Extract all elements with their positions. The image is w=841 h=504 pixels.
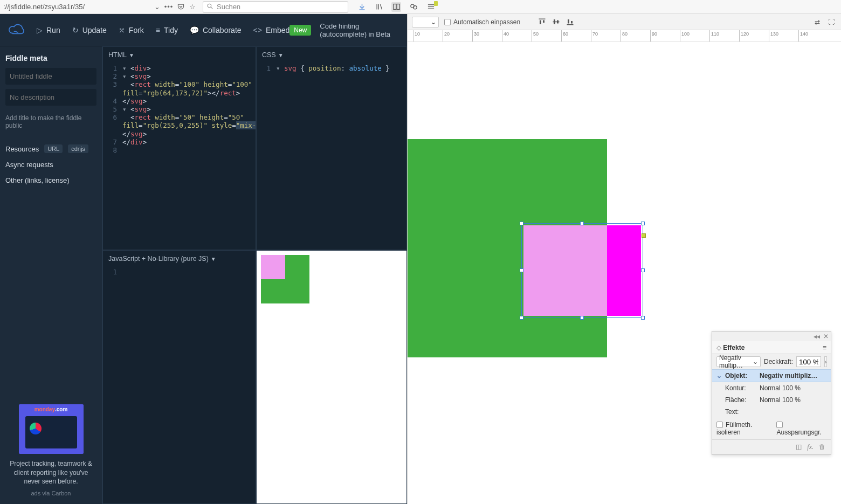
- handle-tr[interactable]: [641, 222, 645, 225]
- expand-icon[interactable]: ⛶: [826, 17, 837, 27]
- pocket-icon[interactable]: [176, 2, 185, 12]
- caret-down-icon: ▼: [211, 256, 216, 262]
- bookmark-star-icon[interactable]: ☆: [188, 2, 197, 12]
- align-top-icon[interactable]: [536, 17, 547, 27]
- handle-mr[interactable]: [641, 268, 645, 272]
- trash-icon[interactable]: 🗑: [819, 443, 825, 451]
- svg-line-1: [211, 7, 212, 9]
- jsfiddle-logo-icon[interactable]: [8, 22, 26, 38]
- stroke-row[interactable]: Kontur: Normal 100 %: [712, 382, 831, 394]
- cdnjs-tag[interactable]: cdnjs: [68, 144, 88, 153]
- svg-rect-12: [539, 19, 545, 20]
- panel-tab[interactable]: ◇ Effekte ≡: [712, 341, 831, 354]
- html-editor[interactable]: 123 456 78 ▾ <div> ▾ <svg> <rect width="…: [103, 61, 256, 250]
- download-icon[interactable]: [357, 2, 367, 12]
- url-field[interactable]: ://jsfiddle.net/zsyu3a1r/35/: [0, 1, 151, 13]
- text-row[interactable]: Text:: [712, 406, 831, 418]
- carbon-ad[interactable]: monday.com Project tracking, teamwork & …: [5, 404, 96, 496]
- collapse-icon[interactable]: ◂◂: [814, 333, 820, 340]
- pink-overlap-area: [523, 225, 607, 316]
- handle-br[interactable]: [641, 316, 645, 320]
- resources-row[interactable]: Resources URL cdnjs: [5, 144, 96, 153]
- library-icon[interactable]: [374, 2, 384, 12]
- html-gutter: 123 456 78: [103, 61, 121, 250]
- css-pane-header[interactable]: CSS▼: [257, 47, 406, 61]
- update-button[interactable]: ↻Update: [72, 26, 107, 34]
- jsfiddle-header-right: New Code hinting (autocomplete) in Beta: [289, 22, 399, 38]
- clip-mask-icon[interactable]: ◫: [796, 443, 802, 451]
- fx-icon[interactable]: fx.: [807, 443, 814, 451]
- svg-point-0: [208, 4, 211, 8]
- align-bottom-icon[interactable]: [564, 17, 575, 27]
- js-code[interactable]: [121, 265, 256, 503]
- css-pane: CSS▼ 1 ▾ svg { position: absolute }: [256, 46, 407, 250]
- run-button[interactable]: ▷Run: [37, 26, 60, 34]
- html-code[interactable]: ▾ <div> ▾ <svg> <rect width="100" height…: [121, 61, 256, 250]
- blend-mode-select[interactable]: Negativ multip…⌄: [716, 356, 761, 367]
- browser-icon-group: [357, 2, 436, 12]
- reader-icon[interactable]: [391, 2, 401, 12]
- new-badge: New: [289, 25, 311, 36]
- opacity-stepper[interactable]: ›: [824, 356, 827, 367]
- svg-line-4: [380, 4, 382, 9]
- result-pane: [256, 250, 407, 504]
- auto-fit-checkbox[interactable]: Automatisch einpassen: [444, 18, 520, 26]
- ad-via: ads via Carbon: [5, 490, 96, 496]
- jsfiddle-menu: ▷Run ↻Update ⤲Fork ≡Tidy 💬Collaborate <>…: [37, 26, 289, 34]
- css-code[interactable]: ▾ svg { position: absolute }: [275, 61, 406, 250]
- fork-icon: ⤲: [119, 26, 125, 34]
- dropdown-icon[interactable]: ⌄: [152, 2, 162, 12]
- html-pane-header[interactable]: HTML▼: [103, 47, 256, 61]
- knockout-checkbox[interactable]: Aussparungsgr.: [776, 421, 826, 436]
- fill-row[interactable]: Fläche: Normal 100 %: [712, 394, 831, 406]
- browser-search-input[interactable]: Suchen: [203, 1, 348, 13]
- svg-rect-18: [567, 24, 573, 25]
- fiddle-desc-input[interactable]: [5, 89, 96, 106]
- reference-point[interactable]: [642, 233, 646, 238]
- svg-point-8: [413, 6, 416, 9]
- fiddle-title-input[interactable]: [5, 68, 96, 85]
- tidy-button[interactable]: ≡Tidy: [156, 26, 178, 34]
- collaborate-button[interactable]: 💬Collaborate: [190, 26, 242, 34]
- checks-row: Füllmeth. isolieren Aussparungsgr.: [712, 418, 831, 439]
- object-row[interactable]: ⌄ Objekt: Negativ multipliz…: [712, 369, 831, 382]
- ad-text: Project tracking, teamwork & client repo…: [5, 459, 96, 486]
- opacity-input[interactable]: [796, 356, 821, 367]
- page-actions-icon[interactable]: •••: [164, 2, 174, 12]
- align-vcenter-icon[interactable]: [550, 17, 561, 27]
- panel-titlebar: ◂◂ ✕: [712, 332, 831, 341]
- jsfiddle-app: ▷Run ↻Update ⤲Fork ≡Tidy 💬Collaborate <>…: [0, 14, 408, 504]
- html-pane: HTML▼ 123 456 78 ▾ <div> ▾ <svg> <rect w…: [102, 46, 256, 250]
- url-tag[interactable]: URL: [44, 144, 63, 153]
- svg-rect-6: [397, 4, 399, 10]
- async-row[interactable]: Async requests: [5, 161, 96, 169]
- tidy-icon: ≡: [156, 26, 160, 34]
- js-editor[interactable]: 1: [103, 265, 256, 503]
- zoom-dropdown[interactable]: ⌄: [412, 17, 439, 27]
- effects-panel[interactable]: ◂◂ ✕ ◇ Effekte ≡ Negativ multip…⌄ Deckkr…: [712, 331, 831, 455]
- js-pane: JavaScript + No-Library (pure JS)▼ 1: [102, 250, 256, 504]
- close-icon[interactable]: ✕: [823, 333, 829, 340]
- jsfiddle-sidebar: Fiddle meta Add title to make the fiddle…: [0, 46, 102, 504]
- code-hint-text: Code hinting (autocomplete) in Beta: [320, 22, 399, 38]
- hamburger-menu-icon[interactable]: [426, 2, 436, 12]
- opacity-label: Deckkraft:: [764, 358, 793, 365]
- chat-icon: 💬: [190, 26, 199, 34]
- transform-group: ⇄ ⛶: [812, 17, 837, 27]
- fiddle-meta-title: Fiddle meta: [5, 54, 96, 63]
- ad-image: monday.com: [19, 404, 84, 454]
- fork-button[interactable]: ⤲Fork: [119, 26, 144, 34]
- swap-icon[interactable]: ⇄: [812, 17, 823, 27]
- css-editor[interactable]: 1 ▾ svg { position: absolute }: [257, 61, 406, 250]
- panel-menu-icon[interactable]: ≡: [823, 344, 826, 351]
- public-hint: Add title to make the fiddle public: [5, 114, 96, 129]
- addon-icon[interactable]: [409, 2, 418, 12]
- js-pane-header[interactable]: JavaScript + No-Library (pure JS)▼: [103, 251, 256, 265]
- play-icon: ▷: [37, 26, 43, 34]
- ai-canvas[interactable]: ◂◂ ✕ ◇ Effekte ≡ Negativ multip…⌄ Deckkr…: [408, 42, 841, 504]
- isolate-checkbox[interactable]: Füllmeth. isolieren: [716, 421, 773, 436]
- search-icon: [206, 3, 213, 11]
- other-row[interactable]: Other (links, license): [5, 176, 96, 184]
- embed-button[interactable]: <>Embed: [253, 26, 290, 34]
- panel-footer: ◫ fx. 🗑: [712, 439, 831, 454]
